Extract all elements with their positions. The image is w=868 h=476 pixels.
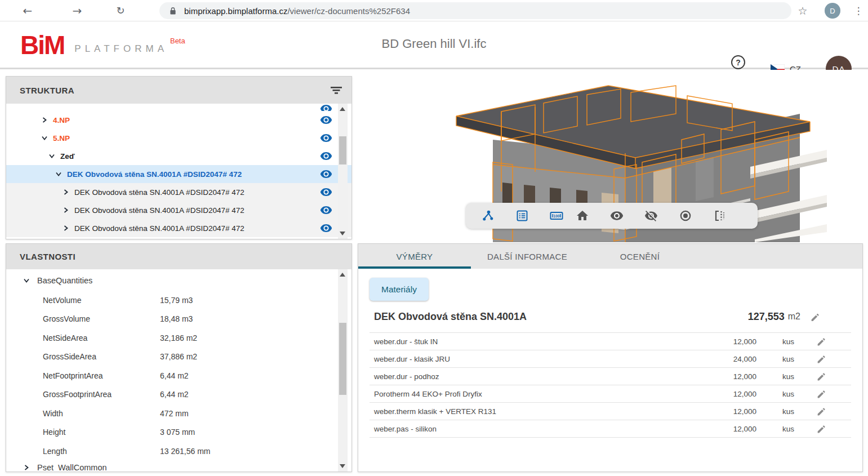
- tab-vymery[interactable]: VÝMĚRY: [358, 244, 471, 269]
- edit-pencil-icon[interactable]: [816, 354, 826, 364]
- scroll-down-icon[interactable]: [340, 232, 345, 235]
- svg-text:100: 100: [554, 214, 560, 218]
- visibility-eye-icon[interactable]: [320, 170, 332, 179]
- property-value: 13 261,56 mm: [160, 447, 211, 456]
- section-plane-icon[interactable]: [713, 208, 727, 223]
- tree-row-clipped[interactable]: [6, 104, 351, 111]
- property-group-psetwallcommon[interactable]: Pset_WallCommon: [6, 459, 351, 471]
- material-group-heading: DEK Obvodová stěna SN.4001A 127,553 m2: [374, 308, 820, 326]
- dimension-100-icon[interactable]: 100: [549, 208, 564, 223]
- scroll-down-icon[interactable]: [340, 464, 345, 468]
- visibility-eye-icon[interactable]: [320, 206, 332, 215]
- scroll-up-icon[interactable]: [340, 273, 345, 277]
- chevron-down-icon[interactable]: [55, 171, 62, 177]
- visibility-eye-icon[interactable]: [320, 224, 332, 233]
- details-tabs: VÝMĚRY DALŠÍ INFORMACE OCENĚNÍ: [358, 244, 862, 269]
- property-row: Length 13 261,56 mm: [6, 442, 351, 461]
- tab-oceneni[interactable]: OCENĚNÍ: [584, 244, 696, 269]
- tree-row-wall-child[interactable]: DEK Obvodová stěna SN.4001A #DSID2047# 4…: [6, 183, 351, 201]
- chevron-right-icon[interactable]: [23, 464, 30, 471]
- edit-pencil-icon[interactable]: [816, 424, 826, 434]
- material-group-total: 127,553: [748, 311, 785, 323]
- material-group-name: DEK Obvodová stěna SN.4001A: [374, 311, 748, 323]
- tab-dalsi-informace[interactable]: DALŠÍ INFORMACE: [471, 244, 584, 269]
- materials-chip-button[interactable]: Materiály: [370, 278, 429, 301]
- viewer-3d[interactable]: 100: [358, 70, 868, 243]
- browser-back-icon[interactable]: ←: [19, 0, 36, 21]
- chevron-down-icon[interactable]: [48, 153, 55, 159]
- material-row: weber.dur - klasik JRU 24,000 kus: [370, 350, 851, 368]
- properties-panel-title: VLASTNOSTI: [20, 252, 342, 261]
- browser-reload-icon[interactable]: ↻: [112, 0, 129, 21]
- property-value: 37,886 m2: [160, 352, 197, 361]
- tree-row-4np[interactable]: 4.NP: [6, 111, 351, 129]
- chevron-right-icon[interactable]: [63, 207, 69, 213]
- visibility-eye-icon[interactable]: [320, 188, 332, 197]
- property-rows: NetVolume 15,79 m3 GrossVolume 18,48 m3 …: [6, 291, 351, 461]
- scene-tree-icon[interactable]: [480, 208, 495, 223]
- edit-pencil-icon[interactable]: [816, 371, 826, 381]
- svg-text:?: ?: [736, 58, 741, 67]
- tree-row-label: DEK Obvodová stěna SN.4001A #DSID2047# 4…: [74, 224, 244, 233]
- tree-row-label: Zeď: [60, 152, 74, 161]
- scrollbar-thumb[interactable]: [339, 323, 346, 395]
- details-card: VÝMĚRY DALŠÍ INFORMACE OCENĚNÍ Materiály…: [358, 243, 863, 472]
- properties-body: BaseQuantities NetVolume 15,79 m3 GrossV…: [6, 269, 351, 471]
- chevron-down-icon[interactable]: [41, 135, 48, 141]
- filter-icon[interactable]: [330, 86, 342, 95]
- material-name: weber.therm klasik + VERTEX R131: [370, 407, 717, 416]
- material-group-unit: m2: [788, 312, 800, 322]
- home-icon[interactable]: [575, 208, 590, 223]
- materials-list: weber.dur - štuk IN 12,000 kus weber.dur…: [370, 332, 851, 438]
- url-host: bimprixapp.bimplatforma.cz: [184, 6, 287, 16]
- element-list-icon[interactable]: [515, 208, 529, 223]
- material-unit: kus: [782, 372, 802, 381]
- scroll-up-icon[interactable]: [340, 107, 345, 111]
- material-name: weber.dur - štuk IN: [370, 337, 717, 346]
- browser-forward-icon[interactable]: →: [69, 0, 86, 21]
- tree-row-zed[interactable]: Zeď: [6, 147, 351, 165]
- edit-pencil-icon[interactable]: [816, 389, 826, 399]
- property-group-label: BaseQuantities: [37, 276, 92, 285]
- tree-row-wall-child[interactable]: DEK Obvodová stěna SN.4001A #DSID2047# 4…: [6, 201, 351, 219]
- tree-row-wall-child[interactable]: DEK Obvodová stěna SN.4001A #DSID2047# 4…: [6, 219, 351, 237]
- property-label: GrossFootprintArea: [43, 390, 160, 399]
- properties-scrollbar[interactable]: [338, 269, 348, 471]
- edit-pencil-icon[interactable]: [816, 336, 826, 346]
- property-value: 15,79 m3: [160, 296, 193, 305]
- property-group-basequantities[interactable]: BaseQuantities: [6, 272, 351, 290]
- material-qty: 12,000: [717, 390, 756, 398]
- material-name: weber.dur - klasik JRU: [370, 355, 717, 363]
- chevron-right-icon[interactable]: [63, 225, 69, 232]
- visibility-eye-icon[interactable]: [320, 115, 332, 124]
- chevron-right-icon[interactable]: [63, 189, 69, 195]
- property-row: Height 3 075 mm: [6, 423, 351, 442]
- hide-eye-off-icon[interactable]: [644, 208, 658, 223]
- visibility-eye-icon[interactable]: [320, 104, 332, 111]
- property-value: 32,186 m2: [160, 333, 197, 342]
- material-unit: kus: [782, 355, 802, 363]
- visibility-eye-icon[interactable]: [320, 134, 332, 143]
- browser-profile-avatar[interactable]: D: [825, 3, 840, 19]
- material-unit: kus: [782, 425, 802, 433]
- chevron-right-icon[interactable]: [41, 117, 48, 123]
- viewer-toolbar: 100: [466, 203, 758, 229]
- property-value: 6,44 m2: [160, 390, 189, 399]
- visibility-eye-icon[interactable]: [320, 152, 332, 161]
- chevron-down-icon[interactable]: [23, 277, 30, 284]
- help-icon[interactable]: ?: [731, 55, 746, 70]
- tree-row-selected-wall[interactable]: DEK Obvodová stěna SN.4001A #DSID2047# 4…: [6, 165, 351, 183]
- scrollbar-thumb[interactable]: [339, 136, 346, 164]
- edit-pencil-icon[interactable]: [816, 406, 826, 416]
- isolate-target-icon[interactable]: [678, 208, 693, 223]
- bookmark-star-icon[interactable]: ☆: [795, 0, 811, 21]
- property-value: 3 075 mm: [160, 428, 195, 437]
- material-name: Porotherm 44 EKO+ Profi Dryfix: [370, 390, 717, 398]
- address-bar[interactable]: bimprixapp.bimplatforma.cz/viewer/cz-doc…: [159, 2, 791, 19]
- tree-row-5np[interactable]: 5.NP: [6, 129, 351, 147]
- show-all-eye-icon[interactable]: [609, 208, 624, 223]
- property-label: NetFootprintArea: [43, 371, 160, 380]
- edit-pencil-icon[interactable]: [810, 312, 820, 322]
- structure-scrollbar[interactable]: [338, 104, 348, 239]
- browser-menu-icon[interactable]: ⋮: [852, 0, 865, 21]
